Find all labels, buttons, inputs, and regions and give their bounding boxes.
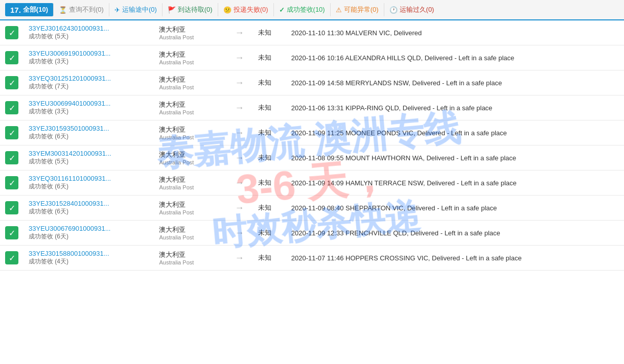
table-row[interactable]: ✓ 33YEM300314201000931... 成功签收 (5天) 澳大利亚… (0, 145, 624, 171)
table-row[interactable]: ✓ 33YEU300691901000931... 成功签收 (3天) 澳大利亚… (0, 45, 624, 70)
table-row[interactable]: ✓ 33YEJ301593501000931... 成功签收 (6天) 澳大利亚… (0, 120, 624, 145)
tracking-number[interactable]: 33YEJ301624301000931... (29, 25, 149, 32)
carrier-name: 澳大利亚 (159, 100, 220, 109)
tab-failed[interactable]: 😕投递失败(0) (218, 3, 274, 16)
carrier-cell: 澳大利亚 Australia Post (154, 20, 225, 45)
event-cell: 2020-11-06 13:31 KIPPA-RING QLD, Deliver… (286, 95, 624, 120)
table-row[interactable]: ✓ 33YEQ301251201000931... 成功签收 (7天) 澳大利亚… (0, 70, 624, 95)
tracking-status: 成功签收 (3天) (29, 57, 149, 66)
arrow-cell: → (226, 145, 253, 171)
tab-icon-abnormal: ⚠ (336, 6, 342, 14)
arrow-cell: → (226, 171, 253, 196)
arrow-cell: → (226, 221, 253, 246)
tab-number-icon: 17. (10, 6, 21, 14)
tab-label: 运输途中(0) (122, 5, 157, 14)
carrier-sub: Australia Post (159, 209, 220, 215)
tab-icon-failed: 😕 (223, 6, 232, 14)
tracking-number[interactable]: 33YEQ301161101000931... (29, 175, 149, 182)
event-cell: 2020-11-10 11:30 MALVERN VIC, Delivered (286, 20, 624, 45)
arrow-cell: → (226, 246, 253, 271)
carrier-name: 澳大利亚 (159, 225, 220, 234)
tracking-number[interactable]: 33YEM300314201000931... (29, 150, 149, 157)
check-icon: ✓ (5, 101, 18, 114)
tracking-number[interactable]: 33YEJ301593501000931... (29, 125, 149, 132)
arrow-icon: → (235, 153, 244, 163)
table-row[interactable]: ✓ 33YEJ301528401000931... 成功签收 (6天) 澳大利亚… (0, 196, 624, 221)
tracking-number[interactable]: 33YEU300699401000931... (29, 100, 149, 107)
carrier-cell: 澳大利亚 Australia Post (154, 246, 225, 271)
carrier-sub: Australia Post (159, 159, 220, 165)
tab-arrived[interactable]: 🚩到达待取(0) (163, 3, 218, 16)
tracking-status: 成功签收 (7天) (29, 82, 149, 91)
tab-label: 运输过久(0) (400, 5, 434, 14)
carrier-name: 澳大利亚 (159, 200, 220, 209)
tab-label: 成功签收(10) (287, 5, 325, 14)
carrier-name: 澳大利亚 (159, 25, 220, 34)
tab-overdue[interactable]: 🕐运输过久(0) (384, 3, 440, 16)
status-cell: ✓ (0, 246, 24, 271)
table-row[interactable]: ✓ 33YEU300699401000931... 成功签收 (3天) 澳大利亚… (0, 95, 624, 120)
tracking-status: 成功签收 (6天) (29, 207, 149, 216)
carrier-cell: 澳大利亚 Australia Post (154, 171, 225, 196)
tracking-status: 成功签收 (4天) (29, 257, 149, 266)
table-row[interactable]: ✓ 33YEJ301588001000931... 成功签收 (4天) 澳大利亚… (0, 246, 624, 271)
tab-label: 到达待取(0) (178, 5, 213, 14)
carrier-cell: 澳大利亚 Australia Post (154, 120, 225, 145)
table-row[interactable]: ✓ 33YEQ301161101000931... 成功签收 (6天) 澳大利亚… (0, 171, 624, 196)
destination-cell: 未知 (253, 70, 286, 95)
tab-signed[interactable]: ✓成功签收(10) (274, 3, 331, 16)
tracking-info-cell: 33YEM300314201000931... 成功签收 (5天) (24, 145, 154, 171)
carrier-cell: 澳大利亚 Australia Post (154, 145, 225, 171)
arrow-cell: → (226, 95, 253, 120)
tracking-status: 成功签收 (6天) (29, 232, 149, 241)
tracking-number[interactable]: 33YEQ301251201000931... (29, 75, 149, 82)
tab-icon-signed: ✓ (279, 6, 285, 14)
carrier-cell: 澳大利亚 Australia Post (154, 196, 225, 221)
tracking-status: 成功签收 (6天) (29, 132, 149, 141)
carrier-sub: Australia Post (159, 84, 220, 90)
arrow-icon: → (235, 178, 244, 188)
tracking-table: ✓ 33YEJ301624301000931... 成功签收 (5天) 澳大利亚… (0, 20, 624, 271)
tracking-number[interactable]: 33YEU300676901000931... (29, 225, 149, 232)
tracking-number[interactable]: 33YEU300691901000931... (29, 50, 149, 57)
arrow-icon: → (235, 253, 244, 263)
carrier-sub: Australia Post (159, 259, 220, 265)
tab-abnormal[interactable]: ⚠可能异常(0) (331, 3, 384, 16)
event-cell: 2020-11-08 09:55 MOUNT HAWTHORN WA, Deli… (286, 145, 624, 171)
status-cell: ✓ (0, 20, 24, 45)
check-icon: ✓ (5, 51, 18, 64)
event-cell: 2020-11-09 14:09 HAMLYN TERRACE NSW, Del… (286, 171, 624, 196)
destination-cell: 未知 (253, 246, 286, 271)
tab-all[interactable]: 17.全部(10) (5, 3, 54, 16)
arrow-icon: → (235, 228, 244, 238)
carrier-cell: 澳大利亚 Australia Post (154, 45, 225, 70)
destination-cell: 未知 (253, 171, 286, 196)
event-cell: 2020-11-09 11:25 MOONEE PONDS VIC, Deliv… (286, 120, 624, 145)
destination-cell: 未知 (253, 20, 286, 45)
status-cell: ✓ (0, 171, 24, 196)
status-cell: ✓ (0, 145, 24, 171)
table-row[interactable]: ✓ 33YEJ301624301000931... 成功签收 (5天) 澳大利亚… (0, 20, 624, 45)
status-cell: ✓ (0, 70, 24, 95)
tab-notfound[interactable]: ⏳查询不到(0) (54, 3, 109, 16)
destination-cell: 未知 (253, 45, 286, 70)
event-cell: 2020-11-09 08:40 SHEPPARTON VIC, Deliver… (286, 196, 624, 221)
status-cell: ✓ (0, 120, 24, 145)
carrier-name: 澳大利亚 (159, 150, 220, 159)
check-icon: ✓ (5, 126, 18, 139)
tracking-number[interactable]: 33YEJ301588001000931... (29, 250, 149, 257)
destination-cell: 未知 (253, 196, 286, 221)
tracking-info-cell: 33YEJ301528401000931... 成功签收 (6天) (24, 196, 154, 221)
destination-cell: 未知 (253, 120, 286, 145)
tracking-info-cell: 33YEJ301588001000931... 成功签收 (4天) (24, 246, 154, 271)
event-cell: 2020-11-09 12:33 FRENCHVILLE QLD, Delive… (286, 221, 624, 246)
tracking-info-cell: 33YEQ301251201000931... 成功签收 (7天) (24, 70, 154, 95)
tracking-number[interactable]: 33YEJ301528401000931... (29, 200, 149, 207)
event-cell: 2020-11-06 10:16 ALEXANDRA HILLS QLD, De… (286, 45, 624, 70)
carrier-cell: 澳大利亚 Australia Post (154, 70, 225, 95)
tab-transit[interactable]: ✈运输途中(0) (109, 3, 163, 16)
tracking-status: 成功签收 (6天) (29, 182, 149, 191)
table-row[interactable]: ✓ 33YEU300676901000931... 成功签收 (6天) 澳大利亚… (0, 221, 624, 246)
carrier-name: 澳大利亚 (159, 75, 220, 84)
arrow-icon: → (235, 53, 244, 63)
